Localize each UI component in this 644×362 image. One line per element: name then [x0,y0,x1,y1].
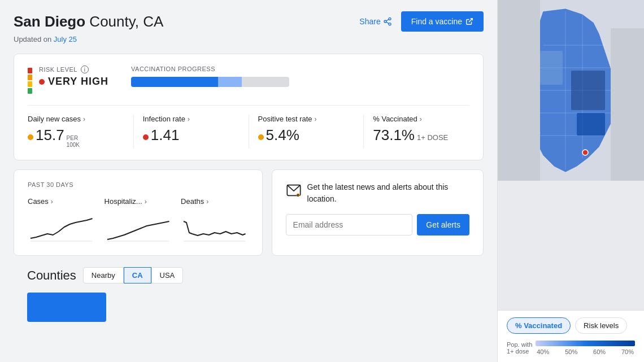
hospitalization-chart: Hospitaliz... › [105,197,172,244]
page-title: San Diego County, CA [14,13,163,30]
cases-dot [28,134,33,140]
svg-rect-23 [611,28,644,181]
vacc-suffix: 1+ DOSE [417,133,448,142]
cases-chart: Cases › [28,197,95,244]
svg-rect-22 [540,51,563,85]
tab-ca[interactable]: CA [124,267,151,284]
charts-card: PAST 30 DAYS Cases › [14,169,263,256]
svg-point-25 [582,150,588,155]
progress-dark-fill [131,77,218,87]
stat-daily-cases-label[interactable]: Daily new cases › [28,115,124,123]
stat-positive-rate-value: 5.4% [258,127,355,144]
counties-section: Counties Nearby CA USA [14,256,484,328]
chevron-icon: › [188,115,190,123]
right-panel: % Vaccinated Risk levels Pop. with 1+ do… [497,0,644,362]
map-tab-row: % Vaccinated Risk levels [507,317,635,334]
chevron-icon: › [206,198,208,206]
stat-infection-rate: Infection rate › 1.41 [134,115,249,149]
risk-info: RISK LEVEL i VERY HIGH [39,66,108,88]
find-vaccine-button[interactable]: Find a vaccine [401,11,484,32]
header-actions: Share Find a vaccine [359,11,484,32]
svg-line-3 [386,22,389,24]
charts-alerts-row: PAST 30 DAYS Cases › [14,169,484,256]
cases-graph [28,210,95,244]
stat-vaccinated-value: 73.1% 1+ DOSE [373,127,469,144]
vaccination-section: VACCINATION PROGRESS [131,66,469,94]
share-button[interactable]: Share [359,17,391,26]
cases-chart-label[interactable]: Cases › [28,197,95,206]
mini-charts-row: Cases › Hospitaliz... [28,197,249,244]
stat-vaccinated-label[interactable]: % Vaccinated › [373,115,469,123]
vaccination-progress-bar [131,77,289,87]
chevron-icon: › [420,115,422,123]
stat-positive-rate-label[interactable]: Positive test rate › [258,115,355,123]
map-tab-vaccinated[interactable]: % Vaccinated [507,317,571,334]
risk-segment-high [28,68,32,73]
risk-value: VERY HIGH [39,76,108,88]
past-days-label: PAST 30 DAYS [28,181,249,188]
alert-envelope-icon: ! [286,182,302,203]
tab-usa[interactable]: USA [151,267,184,284]
map-container [498,0,644,310]
progress-light-fill [218,77,242,87]
map-tab-risk[interactable]: Risk levels [575,317,627,334]
hosp-chart-label[interactable]: Hospitaliz... › [105,197,172,206]
stats-card: RISK LEVEL i VERY HIGH VACCINATION PROGR… [14,54,484,160]
infection-dot [143,134,149,140]
risk-segment-med [28,81,32,87]
deaths-chart-label[interactable]: Deaths › [181,197,249,206]
chevron-icon: › [315,115,317,123]
counties-title: Counties [27,268,76,283]
chevron-icon: › [83,115,85,123]
counties-tab-group: Nearby CA USA [83,267,183,284]
svg-point-1 [384,20,386,23]
svg-line-5 [469,19,472,22]
map-controls: % Vaccinated Risk levels Pop. with 1+ do… [498,310,644,362]
svg-point-0 [389,18,391,20]
progress-fill [131,77,289,87]
risk-segment-med-high [28,75,32,80]
risk-dot [39,79,45,85]
tab-nearby[interactable]: Nearby [83,267,124,284]
alert-text: ! Get the latest news and alerts about t… [286,181,469,205]
map-legend: Pop. with 1+ dose 40% 50% 60% 70% [507,341,635,355]
email-input[interactable] [286,214,413,235]
stat-vaccinated: % Vaccinated › 73.1% 1+ DOSE [364,115,469,149]
stat-positive-rate: Positive test rate › 5.4% [249,115,364,149]
stat-infection-rate-value: 1.41 [143,127,240,144]
risk-segment-low [28,88,32,94]
legend-label: Pop. with 1+ dose [507,341,532,355]
chevron-icon: › [145,198,147,206]
vaccination-label: VACCINATION PROGRESS [131,66,469,72]
chevron-icon: › [51,198,53,206]
email-row: Get alerts [286,214,469,235]
svg-text:!: ! [298,194,298,197]
counties-header: Counties Nearby CA USA [27,267,470,284]
stats-row: Daily new cases › 15.7 PER100K Infection… [28,105,469,149]
deaths-graph [181,210,249,244]
svg-rect-21 [577,113,605,136]
deaths-chart: Deaths › [181,197,249,244]
svg-rect-24 [498,0,540,181]
stat-daily-cases: Daily new cases › 15.7 PER100K [28,115,134,149]
stat-infection-rate-label[interactable]: Infection rate › [143,115,240,123]
stat-daily-cases-value: 15.7 PER100K [28,127,124,149]
stat-unit: PER100K [67,135,80,149]
county-bar [27,293,106,322]
risk-section: RISK LEVEL i VERY HIGH [28,66,108,94]
svg-point-2 [389,23,391,25]
legend-gradient [536,341,635,346]
risk-bar [28,68,32,94]
get-alerts-button[interactable]: Get alerts [417,214,469,235]
positive-dot [258,134,264,140]
svg-rect-20 [571,71,605,110]
legend-ticks: 40% 50% 60% 70% [536,348,635,355]
risk-info-icon[interactable]: i [81,66,89,73]
svg-line-4 [386,19,389,21]
risk-label: RISK LEVEL [39,66,77,73]
hosp-graph [105,210,172,244]
california-map [498,0,644,181]
alerts-card: ! Get the latest news and alerts about t… [272,169,484,256]
updated-text: Updated on July 25 [14,35,484,43]
